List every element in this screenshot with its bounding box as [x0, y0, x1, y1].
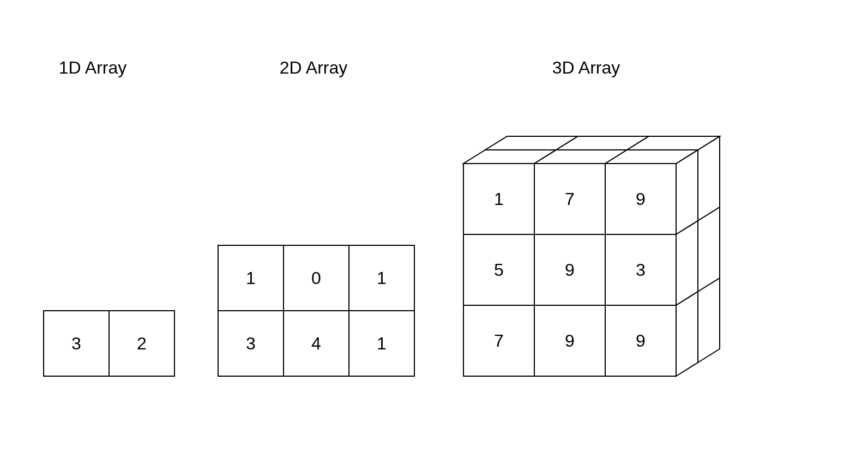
- two-d-cell-value: 3: [246, 334, 256, 353]
- three-d-front-cell-value: 9: [565, 260, 575, 280]
- three-d-side-cell: [676, 221, 698, 305]
- title-2d: 2D Array: [280, 58, 347, 77]
- array-dimensions-diagram: 1D Array 2D Array 3D Array 32 101341 179…: [0, 0, 868, 459]
- three-d-side-cell: [698, 207, 720, 292]
- three-d-array: 179593799: [463, 136, 720, 376]
- two-d-array: 101341: [218, 245, 414, 376]
- three-d-side-cell: [676, 150, 698, 234]
- three-d-front-cell-value: 9: [565, 331, 575, 351]
- title-1d: 1D Array: [59, 58, 126, 77]
- two-d-cell-value: 1: [246, 268, 256, 288]
- three-d-side-cell: [676, 292, 698, 376]
- title-3d: 3D Array: [552, 58, 620, 77]
- two-d-cell-value: 1: [377, 334, 387, 353]
- three-d-front-cell-value: 1: [494, 189, 504, 209]
- two-d-cell-value: 0: [311, 268, 321, 288]
- two-d-cell-value: 4: [311, 334, 321, 353]
- one-d-cell-value: 3: [71, 334, 81, 353]
- three-d-side-cell: [698, 136, 720, 221]
- one-d-cell-value: 2: [137, 334, 147, 353]
- one-d-array: 32: [44, 311, 174, 376]
- three-d-front-cell-value: 9: [636, 331, 646, 351]
- three-d-front-cell-value: 5: [494, 260, 504, 280]
- three-d-side-cell: [698, 278, 720, 363]
- two-d-cell-value: 1: [377, 268, 387, 288]
- three-d-front-cell-value: 3: [636, 260, 646, 280]
- three-d-front-cell-value: 7: [494, 331, 504, 351]
- three-d-front-cell-value: 9: [636, 189, 646, 209]
- three-d-front-cell-value: 7: [565, 189, 575, 209]
